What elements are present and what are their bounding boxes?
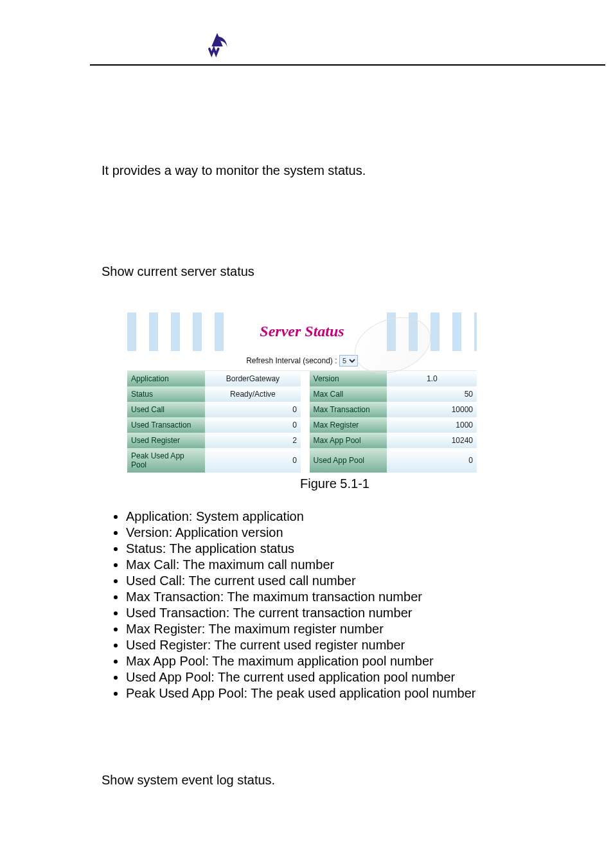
- refresh-interval-select[interactable]: 5: [339, 355, 358, 366]
- list-item: Used Transaction: The current transactio…: [126, 606, 568, 620]
- status-label: Application: [127, 371, 205, 386]
- status-value: 0: [205, 448, 301, 473]
- status-value: Ready/Active: [205, 386, 301, 402]
- event-log-text: Show system event log status.: [102, 773, 568, 788]
- brand-logo-icon: [199, 30, 235, 66]
- definitions-list: Application: System applicationVersion: …: [126, 509, 568, 701]
- panel-title: Server Status: [127, 312, 477, 340]
- status-value: 0: [387, 448, 477, 473]
- list-item: Max Transaction: The maximum transaction…: [126, 590, 568, 604]
- status-label: Used Register: [127, 433, 205, 448]
- list-item: Max App Pool: The maximum application po…: [126, 654, 568, 669]
- status-label: Version: [310, 371, 387, 386]
- status-value: BorderGateway: [205, 371, 301, 386]
- status-label: Used Call: [127, 402, 205, 417]
- list-item: Used Call: The current used call number: [126, 574, 568, 588]
- list-item: Version: Application version: [126, 525, 568, 540]
- status-label: Status: [127, 386, 205, 402]
- list-item: Max Call: The maximum call number: [126, 557, 568, 572]
- status-label: Max App Pool: [310, 433, 387, 448]
- list-item: Used Register: The current used register…: [126, 638, 568, 653]
- list-item: Application: System application: [126, 509, 568, 524]
- status-value: 10240: [387, 433, 477, 448]
- status-value: 0: [205, 417, 301, 433]
- figure-caption: Figure 5.1-1: [102, 476, 568, 491]
- status-label: Used Transaction: [127, 417, 205, 433]
- table-row: Peak Used App Pool0Used App Pool0: [127, 448, 477, 473]
- status-value: 50: [387, 386, 477, 402]
- status-label: Max Register: [310, 417, 387, 433]
- status-value: 2: [205, 433, 301, 448]
- status-value: 1.0: [387, 371, 477, 386]
- status-table: ApplicationBorderGatewayVersion1.0Status…: [127, 371, 477, 473]
- refresh-interval-label: Refresh Interval (second) :: [246, 356, 337, 365]
- status-label: Max Transaction: [310, 402, 387, 417]
- table-row: ApplicationBorderGatewayVersion1.0: [127, 371, 477, 386]
- server-status-panel: Server Status Refresh Interval (second) …: [127, 312, 477, 473]
- status-value: 0: [205, 402, 301, 417]
- status-label: Peak Used App Pool: [127, 448, 205, 473]
- table-row: Used Transaction0Max Register1000: [127, 417, 477, 433]
- table-row: Used Register2Max App Pool10240: [127, 433, 477, 448]
- table-row: StatusReady/ActiveMax Call50: [127, 386, 477, 402]
- list-item: Status: The application status: [126, 541, 568, 556]
- status-value: 1000: [387, 417, 477, 433]
- status-label: Max Call: [310, 386, 387, 402]
- status-label: Used App Pool: [310, 448, 387, 473]
- list-item: Peak Used App Pool: The peak used applic…: [126, 686, 568, 701]
- table-row: Used Call0Max Transaction10000: [127, 402, 477, 417]
- intro-text: It provides a way to monitor the system …: [102, 163, 568, 178]
- list-item: Used App Pool: The current used applicat…: [126, 670, 568, 685]
- section-subheading: Show current server status: [102, 264, 568, 279]
- list-item: Max Register: The maximum register numbe…: [126, 622, 568, 637]
- status-value: 10000: [387, 402, 477, 417]
